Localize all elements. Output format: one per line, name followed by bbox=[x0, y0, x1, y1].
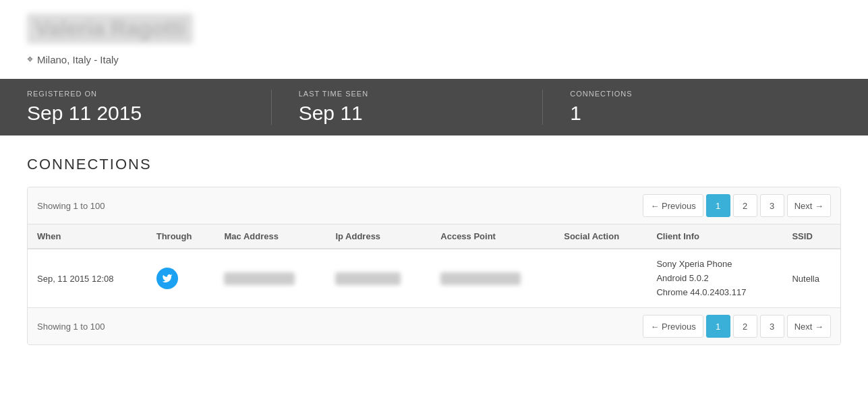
page-1-button-top[interactable]: 1 bbox=[706, 194, 730, 217]
connections-table-wrapper: Showing 1 to 100 ← Previous 1 2 3 Next →… bbox=[27, 187, 841, 345]
page-2-button-bottom[interactable]: 2 bbox=[733, 315, 757, 338]
col-when: When bbox=[28, 224, 147, 249]
client-info-line2: Android 5.0.2 bbox=[656, 272, 773, 286]
user-profile-section: Valeria Ragotti ⌖ Milano, Italy - Italy bbox=[0, 0, 868, 79]
col-through: Through bbox=[147, 224, 215, 249]
pagination-controls-bottom: ← Previous 1 2 3 Next → bbox=[643, 315, 831, 338]
cell-through bbox=[147, 249, 215, 307]
cell-access-point: xxxxxxxxxxxxxxxxx bbox=[431, 249, 554, 307]
col-social-action: Social Action bbox=[554, 224, 647, 249]
stat-registered-on: REGISTERED ON Sep 11 2015 bbox=[27, 90, 272, 125]
connections-table: When Through Mac Address Ip Address Acce… bbox=[28, 224, 840, 307]
table-header-row: When Through Mac Address Ip Address Acce… bbox=[28, 224, 840, 249]
pagination-bar-top: Showing 1 to 100 ← Previous 1 2 3 Next → bbox=[28, 187, 840, 224]
connections-section: CONNECTIONS Showing 1 to 100 ← Previous … bbox=[0, 135, 868, 365]
cell-client-info: Sony Xperia Phone Android 5.0.2 Chrome 4… bbox=[647, 249, 782, 307]
last-seen-label: LAST TIME SEEN bbox=[299, 90, 516, 98]
next-button-bottom[interactable]: Next → bbox=[787, 315, 831, 338]
cell-social-action bbox=[554, 249, 647, 307]
col-access-point: Access Point bbox=[431, 224, 554, 249]
client-info-line1: Sony Xperia Phone bbox=[656, 258, 773, 272]
prev-button-bottom[interactable]: ← Previous bbox=[643, 315, 703, 338]
page-3-button-bottom[interactable]: 3 bbox=[760, 315, 784, 338]
twitter-icon bbox=[156, 268, 178, 289]
pagination-controls-top: ← Previous 1 2 3 Next → bbox=[643, 194, 831, 217]
location-icon: ⌖ bbox=[27, 53, 33, 65]
stats-bar: REGISTERED ON Sep 11 2015 LAST TIME SEEN… bbox=[0, 79, 868, 135]
col-client-info: Client Info bbox=[647, 224, 782, 249]
stat-connections: CONNECTIONS 1 bbox=[570, 90, 814, 125]
cell-mac-address: xx:xx:xx:xx:xx:xx bbox=[214, 249, 326, 307]
cell-ip-address: xxx.xxx.xxx.xxx bbox=[326, 249, 431, 307]
client-info-line3: Chrome 44.0.2403.117 bbox=[656, 286, 773, 300]
last-seen-value: Sep 11 bbox=[299, 102, 516, 125]
col-ssid: SSID bbox=[782, 224, 840, 249]
page-2-button-top[interactable]: 2 bbox=[733, 194, 757, 217]
pagination-bar-bottom: Showing 1 to 100 ← Previous 1 2 3 Next → bbox=[28, 307, 840, 344]
prev-button-top[interactable]: ← Previous bbox=[643, 194, 703, 217]
connections-label: CONNECTIONS bbox=[570, 90, 787, 98]
user-location: ⌖ Milano, Italy - Italy bbox=[27, 53, 841, 65]
showing-text-bottom: Showing 1 to 100 bbox=[37, 322, 105, 332]
col-ip-address: Ip Address bbox=[326, 224, 431, 249]
cell-ssid: Nutella bbox=[782, 249, 840, 307]
cell-when: Sep, 11 2015 12:08 bbox=[28, 249, 147, 307]
connections-title: CONNECTIONS bbox=[27, 156, 841, 173]
col-mac-address: Mac Address bbox=[214, 224, 326, 249]
showing-text-top: Showing 1 to 100 bbox=[37, 201, 105, 211]
next-button-top[interactable]: Next → bbox=[787, 194, 831, 217]
page-3-button-top[interactable]: 3 bbox=[760, 194, 784, 217]
page-1-button-bottom[interactable]: 1 bbox=[706, 315, 730, 338]
registered-on-value: Sep 11 2015 bbox=[27, 102, 244, 125]
user-name: Valeria Ragotti bbox=[27, 13, 193, 44]
stat-last-seen: LAST TIME SEEN Sep 11 bbox=[299, 90, 544, 125]
registered-on-label: REGISTERED ON bbox=[27, 90, 244, 98]
table-row: Sep, 11 2015 12:08 xx:xx:xx:xx:xx:xx xxx… bbox=[28, 249, 840, 307]
connections-value: 1 bbox=[570, 102, 787, 125]
